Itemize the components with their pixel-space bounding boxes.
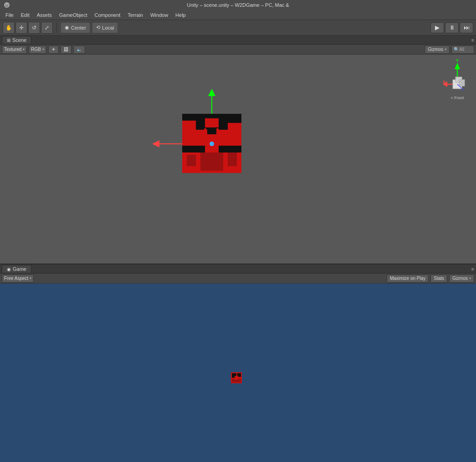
scene-expand-button[interactable]: ≡ xyxy=(471,37,474,43)
toolbar-sep-1 xyxy=(56,23,57,33)
move-left-arrow[interactable] xyxy=(152,140,159,147)
game-gizmos-label: Gizmos xyxy=(452,276,468,281)
game-viewport[interactable] xyxy=(0,284,476,462)
app-icon: U xyxy=(4,2,10,8)
game-object-sprite xyxy=(231,372,242,383)
object-pivot-dot[interactable] xyxy=(210,142,214,146)
move-tool-button[interactable]: ✛ xyxy=(15,22,27,34)
game-tab[interactable]: ◉ Game xyxy=(2,265,31,273)
view-mode-dropdown[interactable]: Textured ▾ xyxy=(2,46,27,54)
svg-rect-17 xyxy=(228,114,241,123)
svg-rect-32 xyxy=(235,376,238,380)
hand-tool-button[interactable]: ✋ xyxy=(3,22,15,34)
game-tab-bar: ◉ Game ≡ xyxy=(0,264,476,274)
local-label: Local xyxy=(102,25,114,30)
svg-rect-23 xyxy=(187,155,196,166)
color-mode-dropdown[interactable]: RGB ▾ xyxy=(29,46,46,54)
stats-button[interactable]: Stats xyxy=(430,274,447,283)
scale-tool-button[interactable]: ⤢ xyxy=(41,22,53,34)
svg-rect-19 xyxy=(207,130,216,134)
stats-label: Stats xyxy=(434,276,444,281)
svg-marker-3 xyxy=(455,63,460,69)
menu-edit[interactable]: Edit xyxy=(17,11,33,19)
rotate-tool-button[interactable]: ↺ xyxy=(28,22,40,34)
play-controls: ▶ ⏸ ⏭ xyxy=(430,22,473,33)
gizmos-label: Gizmos xyxy=(428,47,443,52)
pause-button[interactable]: ⏸ xyxy=(445,22,459,33)
scene-object-container xyxy=(182,114,241,174)
svg-rect-22 xyxy=(219,146,241,152)
window-title: Unity – scene.unity – W2DGame – PC, Mac … xyxy=(187,2,289,8)
game-tab-icon: ◉ xyxy=(7,267,11,272)
color-mode-label: RGB xyxy=(31,47,41,52)
menu-bar: File Edit Assets GameObject Component Te… xyxy=(0,10,476,20)
game-panel: ◉ Game ≡ Free Aspect ▾ Maximize on Play … xyxy=(0,264,476,462)
gizmos-arrow: ▾ xyxy=(445,47,446,51)
svg-rect-18 xyxy=(205,118,219,127)
svg-text:Y: Y xyxy=(456,59,459,63)
svg-text:X: X xyxy=(443,80,445,84)
menu-gameobject[interactable]: GameObject xyxy=(56,11,91,19)
local-icon: ⟲ xyxy=(96,25,100,30)
scene-tab[interactable]: ⊞ Scene xyxy=(2,36,31,44)
gizmos-dropdown[interactable]: Gizmos ▾ xyxy=(425,46,450,54)
menu-help[interactable]: Help xyxy=(172,11,189,19)
svg-rect-26 xyxy=(204,128,206,137)
scene-panel: ⊞ Scene ≡ Textured ▾ RGB ▾ ☀ 🖼 🔈 Gizmos … xyxy=(0,36,476,264)
toolbar: ✋ ✛ ↺ ⤢ ◉ Center ⟲ Local ▶ ⏸ ⏭ xyxy=(0,20,476,36)
move-left-handle[interactable] xyxy=(159,143,182,144)
game-expand-button[interactable]: ≡ xyxy=(471,266,474,272)
game-toolbar: Free Aspect ▾ Maximize on Play Stats Giz… xyxy=(0,274,476,284)
aspect-ratio-dropdown[interactable]: Free Aspect ▾ xyxy=(2,274,34,283)
scene-tab-icon: ⊞ xyxy=(7,38,10,43)
game-tab-label: Game xyxy=(13,266,26,272)
tool-group: ✋ ✛ ↺ ⤢ xyxy=(3,22,53,34)
menu-assets[interactable]: Assets xyxy=(33,11,56,19)
scene-viewport[interactable]: Y X < Front xyxy=(0,55,476,264)
aspect-ratio-arrow: ▾ xyxy=(30,276,31,280)
svg-rect-16 xyxy=(182,114,196,121)
local-toggle-button[interactable]: ⟲ Local xyxy=(92,22,118,33)
lighting-toggle-button[interactable]: ☀ xyxy=(48,46,59,54)
game-gizmos-dropdown[interactable]: Gizmos ▾ xyxy=(449,274,474,283)
fx-toggle-button[interactable]: 🖼 xyxy=(61,46,72,54)
menu-window[interactable]: Window xyxy=(147,11,172,19)
play-button[interactable]: ▶ xyxy=(430,22,444,33)
maximize-label: Maximize on Play xyxy=(390,276,425,281)
title-bar: U Unity – scene.unity – W2DGame – PC, Ma… xyxy=(0,0,476,10)
svg-rect-10 xyxy=(459,80,465,86)
maximize-on-play-button[interactable]: Maximize on Play xyxy=(387,274,429,283)
scene-tab-label: Scene xyxy=(12,37,26,43)
view-mode-label: Textured xyxy=(4,47,21,52)
menu-component[interactable]: Component xyxy=(91,11,124,19)
gizmo-svg: Y X < Front xyxy=(443,59,472,102)
svg-text:U: U xyxy=(5,3,9,8)
scene-tab-bar: ⊞ Scene ≡ xyxy=(0,36,476,45)
center-toggle-button[interactable]: ◉ Center xyxy=(61,22,90,33)
move-up-arrow[interactable] xyxy=(208,89,215,96)
view-mode-arrow: ▾ xyxy=(23,47,25,51)
scene-search-box[interactable]: 🔍 All xyxy=(451,46,474,54)
game-toolbar-right: Maximize on Play Stats Gizmos ▾ xyxy=(387,274,474,283)
audio-toggle-button[interactable]: 🔈 xyxy=(73,46,85,54)
game-gizmos-arrow: ▾ xyxy=(469,276,471,280)
gizmo-widget: Y X < Front xyxy=(443,59,472,102)
aspect-ratio-label: Free Aspect xyxy=(4,276,28,281)
step-button[interactable]: ⏭ xyxy=(460,22,473,33)
svg-rect-24 xyxy=(228,152,237,166)
color-mode-arrow: ▾ xyxy=(42,47,44,51)
svg-text:< Front: < Front xyxy=(451,96,464,100)
menu-file[interactable]: File xyxy=(2,11,17,19)
center-icon: ◉ xyxy=(65,25,69,30)
scene-search-placeholder: All xyxy=(459,47,464,52)
svg-rect-27 xyxy=(216,128,219,137)
menu-terrain[interactable]: Terrain xyxy=(124,11,147,19)
search-icon: 🔍 xyxy=(454,47,459,52)
move-up-handle[interactable] xyxy=(211,96,212,114)
svg-rect-21 xyxy=(182,146,205,152)
center-label: Center xyxy=(71,25,86,30)
scene-toolbar: Textured ▾ RGB ▾ ☀ 🖼 🔈 Gizmos ▾ 🔍 All xyxy=(0,45,476,55)
svg-rect-25 xyxy=(200,152,223,171)
